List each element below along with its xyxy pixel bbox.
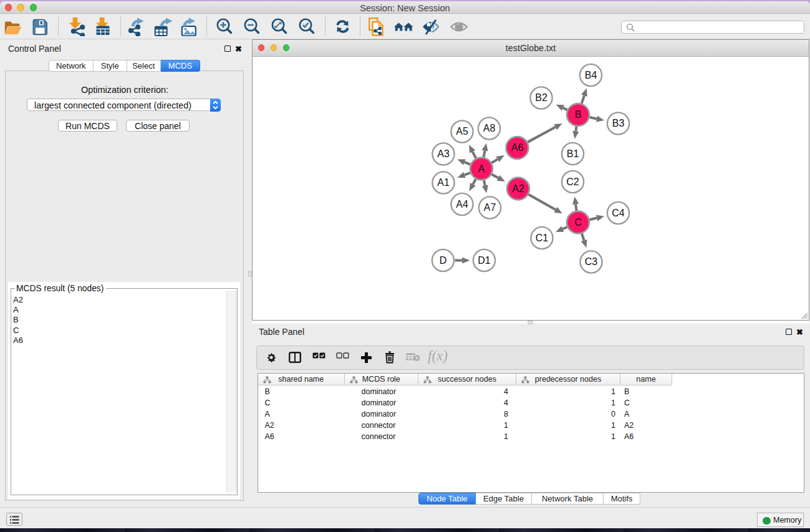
svg-text:C3: C3 [585,256,598,267]
svg-text:A1: A1 [437,177,450,188]
svg-text:B: B [575,109,582,120]
svg-text:A7: A7 [484,202,496,213]
svg-text:C2: C2 [566,177,579,187]
svg-text:A2: A2 [512,183,524,194]
svg-text:A5: A5 [456,126,468,137]
svg-text:C4: C4 [612,208,625,218]
svg-text:B2: B2 [535,92,547,103]
svg-text:D: D [440,255,447,266]
svg-text:C: C [574,217,582,228]
svg-text:B3: B3 [612,118,625,128]
svg-text:A: A [478,163,485,174]
svg-text:A3: A3 [437,148,450,159]
svg-text:A6: A6 [511,142,524,153]
svg-text:D1: D1 [478,255,491,266]
svg-text:B4: B4 [585,70,597,80]
svg-text:A8: A8 [483,123,496,133]
svg-text:A4: A4 [456,199,468,210]
svg-text:C1: C1 [536,233,549,243]
svg-text:B1: B1 [567,148,579,159]
